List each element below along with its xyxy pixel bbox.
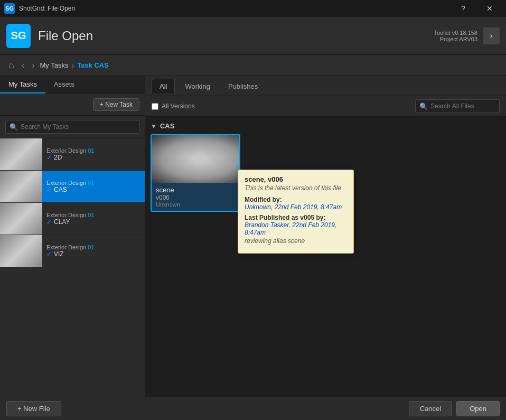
all-versions-checkbox[interactable] bbox=[152, 103, 158, 110]
task-info: Exterior Design 01 ✓ CAS bbox=[42, 176, 145, 197]
check-icon: ✓ bbox=[46, 250, 52, 258]
tooltip-published-value: Brandon Tasker, 22nd Feb 2019, 8:47am bbox=[245, 221, 347, 236]
home-button[interactable]: ⌂ bbox=[6, 59, 16, 72]
open-button[interactable]: Open bbox=[456, 401, 500, 416]
back-button[interactable]: ‹ bbox=[20, 60, 26, 71]
files-area: ▼ CAS scene v006 Unknown scene, v006 bbox=[145, 117, 506, 397]
main-layout: My Tasks Assets + New Task 🔍 Exterior De… bbox=[0, 76, 506, 397]
task-thumbnail-image bbox=[0, 138, 42, 170]
task-info: Exterior Design 01 ✓ VIZ bbox=[42, 241, 145, 261]
task-project-num: 01 bbox=[88, 147, 94, 154]
bottom-bar: + New File Cancel Open bbox=[0, 397, 506, 420]
bottom-right-actions: Cancel Open bbox=[409, 401, 500, 416]
file-tooltip: scene, v006 This is the latest version o… bbox=[238, 170, 354, 254]
breadcrumb-mytasks-link[interactable]: My Tasks bbox=[40, 61, 69, 69]
search-tasks-icon: 🔍 bbox=[10, 123, 18, 131]
search-tasks-container: 🔍 bbox=[0, 116, 145, 138]
task-name: ✓ CLAY bbox=[46, 218, 140, 226]
tooltip-published-section: Last Published as v005 by: Brandon Taske… bbox=[245, 214, 347, 245]
task-item[interactable]: Exterior Design 01 ✓ CAS bbox=[0, 171, 145, 203]
search-files-input[interactable] bbox=[415, 99, 500, 113]
new-task-button[interactable]: + New Task bbox=[93, 98, 139, 111]
search-files-icon: 🔍 bbox=[419, 102, 428, 110]
section-header: ▼ CAS bbox=[151, 122, 501, 130]
header: SG File Open Toolkit v0.18.158 Project A… bbox=[0, 17, 506, 55]
task-item[interactable]: Exterior Design 01 ✓ VIZ bbox=[0, 235, 145, 267]
forward-button[interactable]: › bbox=[30, 60, 36, 71]
section-name: CAS bbox=[160, 122, 174, 130]
search-files-container: 🔍 bbox=[415, 99, 500, 113]
tab-all[interactable]: All bbox=[152, 79, 175, 94]
file-thumbnail bbox=[152, 135, 239, 183]
file-card[interactable]: scene v006 Unknown bbox=[151, 134, 240, 212]
filter-bar: All Versions 🔍 bbox=[145, 96, 506, 117]
tab-my-tasks[interactable]: My Tasks bbox=[0, 76, 45, 94]
search-tasks-input[interactable] bbox=[5, 120, 139, 134]
task-name: ✓ CAS bbox=[46, 186, 140, 193]
file-thumbnail-image bbox=[152, 135, 239, 183]
task-list: Exterior Design 01 ✓ 2D Exterior Design … bbox=[0, 138, 145, 397]
task-project-num: 01 bbox=[88, 212, 94, 218]
close-button[interactable]: ✕ bbox=[477, 0, 502, 17]
tooltip-modified-value: Unknown, 22nd Feb 2019, 8:47am bbox=[245, 203, 347, 211]
task-name: ✓ VIZ bbox=[46, 250, 140, 258]
task-thumbnail-image bbox=[0, 235, 42, 267]
check-icon: ✓ bbox=[46, 186, 52, 193]
tooltip-published-note: reviewing alias scene bbox=[245, 237, 347, 245]
tooltip-modified-label: Modified by: bbox=[245, 196, 347, 203]
tab-publishes[interactable]: Publishes bbox=[220, 79, 266, 94]
task-project: Exterior Design 01 bbox=[46, 244, 140, 250]
toolkit-info: Toolkit v0.18.158 Project ARV03 bbox=[434, 30, 477, 42]
check-icon: ✓ bbox=[46, 154, 52, 161]
task-thumb bbox=[0, 235, 42, 267]
task-thumbnail-image bbox=[0, 203, 42, 235]
tooltip-title: scene, v006 bbox=[245, 175, 347, 183]
project-name: Project ARV03 bbox=[434, 36, 477, 42]
task-item[interactable]: Exterior Design 01 ✓ 2D bbox=[0, 138, 145, 171]
task-item[interactable]: Exterior Design 01 ✓ CLAY bbox=[0, 203, 145, 235]
sg-logo: SG bbox=[6, 24, 31, 48]
cancel-button[interactable]: Cancel bbox=[409, 401, 452, 416]
tooltip-published-label: Last Published as v005 by: bbox=[245, 214, 347, 221]
titlebar-controls: ? ✕ bbox=[451, 0, 502, 17]
right-panel: All Working Publishes All Versions 🔍 ▼ C… bbox=[145, 76, 506, 397]
breadcrumb: ⌂ ‹ › My Tasks › Task CAS bbox=[0, 55, 506, 76]
task-project: Exterior Design 01 bbox=[46, 212, 140, 218]
file-version: v006 bbox=[156, 194, 235, 201]
task-project-num: 01 bbox=[88, 180, 94, 186]
section-arrow-icon: ▼ bbox=[151, 123, 157, 130]
titlebar: SG ShotGrid: File Open ? ✕ bbox=[0, 0, 506, 17]
task-thumb bbox=[0, 171, 42, 202]
task-project-num: 01 bbox=[88, 244, 94, 250]
file-name: scene bbox=[156, 186, 235, 194]
all-versions-filter: All Versions bbox=[152, 102, 195, 110]
task-thumb bbox=[0, 203, 42, 235]
task-thumbnail-image bbox=[0, 171, 42, 202]
file-info: scene v006 Unknown bbox=[152, 183, 239, 211]
new-task-bar: + New Task bbox=[0, 94, 145, 116]
bottom-left-actions: + New File bbox=[6, 401, 61, 416]
tab-assets[interactable]: Assets bbox=[45, 76, 83, 94]
task-project: Exterior Design 01 bbox=[46, 147, 140, 154]
help-button[interactable]: ? bbox=[451, 0, 475, 17]
breadcrumb-separator: › bbox=[71, 61, 74, 70]
all-versions-label: All Versions bbox=[162, 102, 195, 110]
task-info: Exterior Design 01 ✓ 2D bbox=[42, 144, 145, 164]
check-icon: ✓ bbox=[46, 218, 52, 226]
task-project: Exterior Design 01 bbox=[46, 180, 140, 186]
tab-working[interactable]: Working bbox=[177, 79, 218, 94]
right-tabs: All Working Publishes bbox=[145, 76, 506, 96]
new-file-button[interactable]: + New File bbox=[6, 401, 61, 416]
breadcrumb-current: Task CAS bbox=[77, 61, 109, 69]
tooltip-subtitle: This is the latest version of this file bbox=[245, 184, 347, 192]
app-icon: SG bbox=[4, 3, 15, 14]
tooltip-modified-section: Modified by: Unknown, 22nd Feb 2019, 8:4… bbox=[245, 196, 347, 211]
nav-forward-button[interactable]: › bbox=[483, 27, 500, 44]
header-title: File Open bbox=[38, 29, 434, 43]
left-tabs: My Tasks Assets bbox=[0, 76, 145, 94]
titlebar-title: ShotGrid: File Open bbox=[19, 5, 447, 12]
breadcrumb-current-text: Task CAS bbox=[77, 61, 109, 69]
file-user: Unknown bbox=[156, 201, 235, 208]
task-name: ✓ 2D bbox=[46, 154, 140, 161]
left-panel: My Tasks Assets + New Task 🔍 Exterior De… bbox=[0, 76, 145, 397]
